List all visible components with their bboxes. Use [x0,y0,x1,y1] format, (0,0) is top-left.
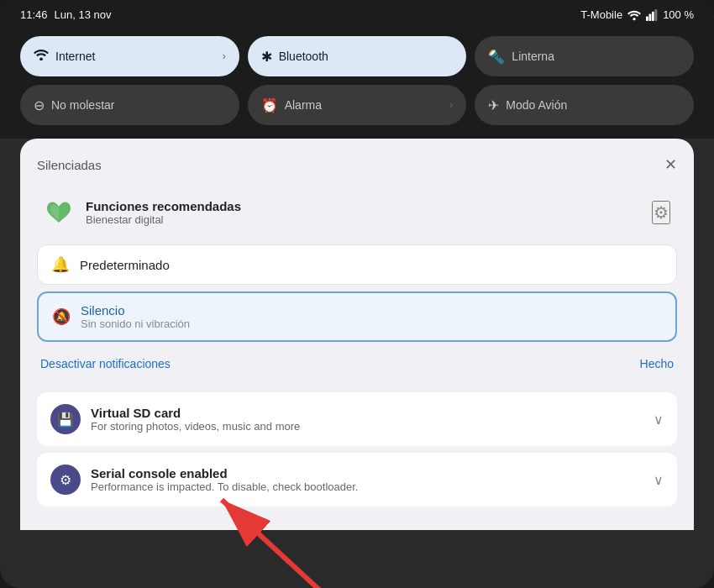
status-carrier: T-Mobile [580,8,622,21]
virtual-sd-item[interactable]: 💾 Virtual SD card For storing photos, vi… [37,392,677,446]
silencio-label: Silencio [81,303,662,318]
no-molestar-icon: ⊖ [34,97,45,113]
close-button[interactable]: ✕ [664,155,677,174]
svg-rect-4 [655,9,658,21]
serial-console-title: Serial console enabled [91,466,643,480]
svg-point-0 [633,18,635,20]
battery-level: 100 % [663,8,694,21]
wifi-tile-icon [34,49,49,64]
notification-title: Funciones recomendadas [86,199,640,213]
silencio-text: Silencio Sin sonido ni vibración [81,303,662,330]
serial-console-chevron: ∨ [654,472,664,488]
svg-rect-1 [646,16,648,21]
bluetooth-tile-icon: ✱ [261,49,272,65]
device-frame: 11:46 Lun, 13 nov T-Mobile 100 % [0,0,714,588]
tile-no-molestar[interactable]: ⊖ No molestar [20,85,239,125]
panel-header: Silenciadas ✕ [37,155,677,174]
muted-bell-icon: 🔕 [52,307,71,326]
internet-tile-label: Internet [55,50,216,63]
no-molestar-label: No molestar [51,98,226,112]
serial-console-item[interactable]: ⚙ Serial console enabled Performance is … [37,453,677,507]
bell-icon: 🔔 [51,255,70,274]
alarma-chevron: › [449,99,453,111]
tiles-row-1: Internet › ✱ Bluetooth 🔦 Linterna [20,36,694,76]
virtual-sd-title: Virtual SD card [91,406,643,420]
alarm-icon: ⏰ [261,97,278,113]
notification-subtitle: Bienestar digital [86,213,640,226]
sound-option-predeterminado[interactable]: 🔔 Predeterminado [37,244,677,285]
bluetooth-tile-label: Bluetooth [279,50,454,63]
quick-tiles-area: Internet › ✱ Bluetooth 🔦 Linterna ⊖ No m… [0,26,714,139]
serial-console-desc: Performance is impacted. To disable, che… [91,480,643,493]
status-time: 11:46 [20,8,48,21]
tile-linterna[interactable]: 🔦 Linterna [475,36,694,76]
internet-chevron: › [223,50,226,62]
tile-alarma[interactable]: ⏰ Alarma › [248,85,467,125]
tile-bluetooth[interactable]: ✱ Bluetooth [248,36,467,76]
digital-wellbeing-icon [44,197,74,228]
status-date: Lun, 13 nov [55,8,112,21]
sound-option-silencio[interactable]: 🔕 Silencio Sin sonido ni vibración [37,291,677,342]
panel-title: Silenciadas [37,158,102,172]
predeterminado-label: Predeterminado [80,258,663,272]
done-button[interactable]: Hecho [640,357,674,370]
notification-text: Funciones recomendadas Bienestar digital [86,199,640,226]
virtual-sd-chevron: ∨ [654,412,664,428]
modo-avion-label: Modo Avión [506,98,680,112]
virtual-sd-desc: For storing photos, videos, music and mo… [91,420,643,433]
serial-console-text: Serial console enabled Performance is im… [91,466,643,493]
svg-point-5 [39,57,43,60]
action-row: Desactivar notificaciones Hecho [37,349,677,379]
virtual-sd-text: Virtual SD card For storing photos, vide… [91,406,643,433]
flashlight-tile-icon: 🔦 [488,49,505,65]
deactivate-notifications-link[interactable]: Desactivar notificaciones [40,357,171,370]
linterna-tile-label: Linterna [512,50,680,63]
signal-icon [646,9,658,21]
tiles-row-2: ⊖ No molestar ⏰ Alarma › ✈ Modo Avión [20,85,694,125]
virtual-sd-icon: 💾 [50,404,81,434]
notification-item: Funciones recomendadas Bienestar digital… [37,187,677,238]
status-bar: 11:46 Lun, 13 nov T-Mobile 100 % [0,0,714,26]
silencio-desc: Sin sonido ni vibración [81,318,662,330]
airplane-icon: ✈ [488,97,499,113]
wifi-icon [627,9,641,21]
svg-rect-2 [649,13,652,20]
main-panel: Silenciadas ✕ Funciones recomendadas Bie… [20,139,694,530]
notification-settings-button[interactable]: ⚙ [652,201,670,224]
svg-rect-3 [652,11,654,20]
svg-line-7 [222,500,331,588]
tile-internet[interactable]: Internet › [20,36,239,76]
tile-modo-avion[interactable]: ✈ Modo Avión [475,85,694,125]
alarma-label: Alarma [285,98,444,112]
serial-console-icon: ⚙ [50,465,81,495]
predeterminado-text: Predeterminado [80,258,663,272]
